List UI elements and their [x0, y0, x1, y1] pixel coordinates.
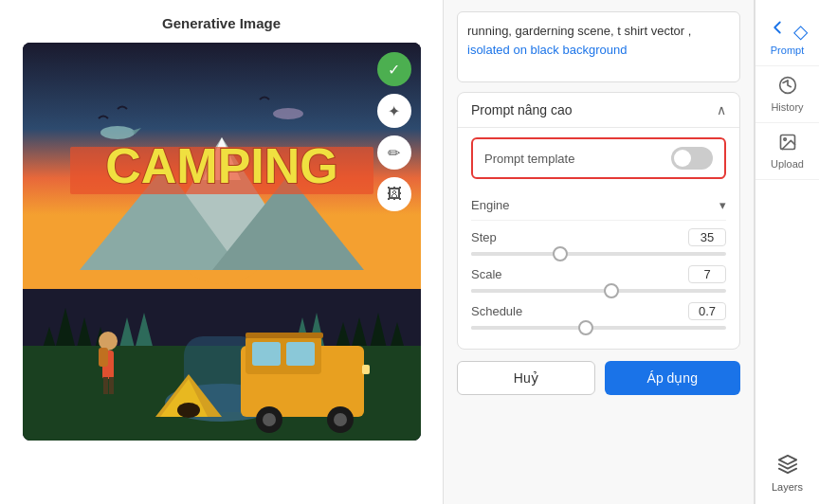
- canvas-image-wrapper: CAMPING CAMPING ✓ ✦ ✏ 🖼: [23, 43, 421, 441]
- scale-value: 7: [688, 265, 726, 283]
- cancel-button[interactable]: Huỷ: [457, 361, 595, 395]
- step-label: Step: [471, 230, 497, 244]
- sidebar-item-prompt[interactable]: ◇ Prompt: [755, 8, 819, 66]
- sidebar-item-history[interactable]: History: [755, 66, 819, 123]
- engine-row: Engine ▾: [471, 190, 726, 221]
- sidebar-upload-label: Upload: [771, 158, 804, 170]
- svg-rect-32: [362, 365, 370, 374]
- svg-text:CAMPING: CAMPING: [105, 138, 338, 193]
- scale-label: Scale: [471, 267, 502, 281]
- prompt-icon: ◇: [767, 17, 808, 43]
- photo-button[interactable]: 🖼: [377, 177, 411, 211]
- edit-button[interactable]: ✏: [377, 135, 411, 170]
- sidebar-history-label: History: [771, 101, 803, 113]
- schedule-slider-track[interactable]: [471, 326, 726, 330]
- step-slider-row: Step 35: [471, 228, 726, 256]
- apply-button[interactable]: Áp dụng: [605, 361, 741, 395]
- prompt-text-area[interactable]: running, garderning scene, t shirt vecto…: [457, 11, 740, 82]
- svg-rect-37: [103, 377, 108, 394]
- right-sidebar: ◇ Prompt History: [755, 0, 819, 504]
- step-slider-thumb[interactable]: [553, 246, 568, 261]
- app-container: Generative Image: [0, 0, 819, 504]
- prompt-text-blue: isolated on black background: [467, 43, 627, 57]
- step-slider-track[interactable]: [471, 252, 726, 256]
- svg-point-29: [263, 413, 276, 426]
- check-button[interactable]: ✓: [377, 52, 411, 86]
- svg-point-41: [177, 403, 200, 418]
- advanced-header[interactable]: Prompt nâng cao ∧: [458, 93, 739, 128]
- engine-label: Engine: [471, 198, 509, 212]
- sidebar-item-upload[interactable]: Upload: [755, 123, 819, 180]
- svg-point-50: [783, 138, 786, 141]
- upload-icon: [778, 133, 797, 156]
- svg-point-47: [273, 108, 303, 119]
- step-value: 35: [688, 228, 726, 246]
- action-buttons: Huỷ Áp dụng: [457, 361, 740, 395]
- image-overlay-buttons: ✓ ✦ ✏ 🖼: [377, 52, 411, 211]
- scale-slider-row: Scale 7: [471, 265, 726, 293]
- schedule-label: Schedule: [471, 304, 522, 318]
- advanced-body: Prompt template Engine ▾ Step: [458, 128, 739, 349]
- schedule-slider-thumb[interactable]: [578, 320, 593, 335]
- camping-scene-svg: CAMPING CAMPING: [23, 43, 421, 441]
- schedule-value: 0.7: [688, 302, 726, 320]
- star-button[interactable]: ✦: [377, 94, 411, 128]
- sidebar-item-layers[interactable]: Layers: [772, 442, 803, 504]
- prompt-template-label: Prompt template: [484, 152, 574, 166]
- svg-rect-36: [99, 348, 108, 367]
- svg-point-31: [334, 413, 347, 426]
- svg-marker-51: [778, 456, 795, 464]
- sidebar-prompt-label: Prompt: [771, 45, 804, 56]
- scale-slider-fill: [471, 289, 611, 293]
- advanced-section: Prompt nâng cao ∧ Prompt template Engine: [457, 92, 740, 350]
- controls-panel: running, garderning scene, t shirt vecto…: [444, 0, 755, 504]
- chevron-down-icon: ▾: [719, 198, 726, 212]
- svg-rect-26: [252, 342, 281, 366]
- scale-slider-thumb[interactable]: [604, 283, 619, 298]
- svg-rect-27: [286, 342, 315, 366]
- scale-slider-track[interactable]: [471, 289, 726, 293]
- history-icon: [778, 76, 797, 99]
- advanced-header-title: Prompt nâng cao: [471, 102, 573, 117]
- svg-point-45: [100, 126, 135, 139]
- layers-icon: [777, 454, 798, 479]
- sidebar-layers-label: Layers: [772, 481, 803, 493]
- prompt-text-normal: running, garderning scene, t shirt vecto…: [467, 24, 691, 38]
- chevron-up-icon: ∧: [717, 102, 726, 117]
- prompt-template-row: Prompt template: [471, 137, 726, 179]
- svg-rect-38: [109, 377, 114, 394]
- canvas-panel: Generative Image: [0, 0, 444, 504]
- engine-dropdown[interactable]: ▾: [719, 198, 726, 212]
- schedule-slider-row: Schedule 0.7: [471, 302, 726, 330]
- step-slider-fill: [471, 252, 560, 256]
- schedule-slider-fill: [471, 326, 586, 330]
- svg-rect-33: [246, 333, 323, 338]
- prompt-template-toggle[interactable]: [671, 147, 713, 170]
- canvas-title: Generative Image: [162, 15, 281, 31]
- toggle-slider: [671, 147, 713, 170]
